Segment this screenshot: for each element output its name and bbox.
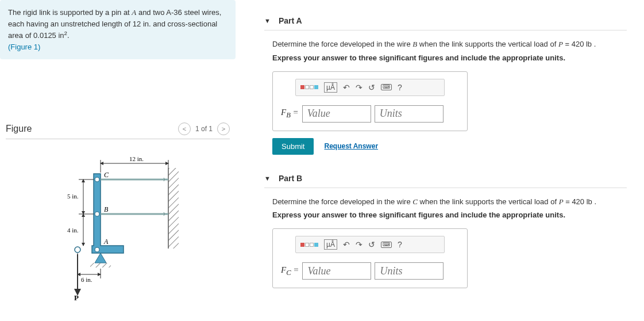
part-a-input-row: FB = [281,105,459,123]
reset-icon[interactable]: ↺ [368,83,375,92]
answer-toolbar: µÅ ↶ ↷ ↺ ⌨ ? [295,79,445,96]
var-label-fc: FC = [281,265,299,277]
part-a: ▼ Part A Determine the force developed i… [264,12,627,155]
part-a-answer-box: µÅ ↶ ↷ ↺ ⌨ ? FB = [272,71,468,131]
units-button[interactable]: µÅ [324,82,337,93]
keyboard-icon[interactable]: ⌨ [381,84,392,90]
svg-point-10 [75,247,80,253]
reset-icon[interactable]: ↺ [368,240,375,249]
svg-text:C: C [104,171,109,179]
svg-text:A: A [103,238,109,246]
var-label-fb: FB = [281,108,299,120]
figure-nav: < 1 of 1 > [178,123,230,135]
svg-text:B: B [104,205,109,213]
svg-text:5 in.: 5 in. [67,193,79,200]
part-b: ▼ Part B Determine the force developed i… [264,169,627,289]
figure-diagram: 12 in. 5 in. 4 in. 6 in. P [6,151,230,300]
part-a-instruction: Express your answer to three significant… [272,54,627,62]
svg-point-9 [95,247,99,252]
template-icon[interactable] [300,243,318,247]
units-button[interactable]: µÅ [324,239,337,250]
value-input[interactable] [302,105,371,123]
part-b-prompt: Determine the force developed in the wir… [272,196,627,208]
period: . [67,31,70,40]
part-b-input-row: FC = [281,262,459,280]
template-icon[interactable] [300,85,318,89]
caret-down-icon: ▼ [264,17,271,24]
help-icon[interactable]: ? [398,240,402,249]
keyboard-icon[interactable]: ⌨ [381,242,392,248]
problem-text: The rigid link is supported by a pin at [8,8,132,17]
unit-in: in. [143,20,151,28]
submit-button[interactable]: Submit [272,138,314,155]
unit-in2: in [58,31,64,40]
part-b-title: Part B [279,174,302,183]
part-a-header[interactable]: ▼ Part A [264,12,627,30]
figure-header: Figure < 1 of 1 > [6,123,230,139]
figure-counter: 1 of 1 [195,125,213,133]
svg-point-7 [95,177,99,182]
figure-link[interactable]: (Figure 1) [8,43,40,51]
svg-rect-4 [90,263,111,268]
part-a-title: Part A [279,16,302,25]
figure-next-button[interactable]: > [217,123,230,135]
svg-text:P: P [74,293,79,300]
figure-title: Figure [6,124,32,134]
figure-prev-button[interactable]: < [178,123,191,135]
problem-statement: The rigid link is supported by a pin at … [0,0,236,59]
undo-icon[interactable]: ↶ [343,240,350,249]
units-input[interactable] [375,105,444,123]
part-b-answer-box: µÅ ↶ ↷ ↺ ⌨ ? FC = [272,228,468,288]
help-icon[interactable]: ? [398,83,402,92]
caret-down-icon: ▼ [264,175,271,182]
answer-toolbar: µÅ ↶ ↷ ↺ ⌨ ? [295,236,445,253]
svg-text:6 in.: 6 in. [81,276,92,283]
svg-text:12 in.: 12 in. [129,155,144,162]
units-input[interactable] [375,262,444,280]
part-a-prompt: Determine the force developed in the wir… [272,39,627,50]
undo-icon[interactable]: ↶ [343,83,350,92]
part-a-actions: Submit Request Answer [272,138,627,155]
part-b-instruction: Express your answer to three significant… [272,211,627,219]
part-b-header[interactable]: ▼ Part B [264,169,627,188]
request-answer-link[interactable]: Request Answer [324,142,378,150]
value-input[interactable] [302,262,371,280]
redo-icon[interactable]: ↷ [356,240,363,249]
svg-marker-3 [95,253,106,263]
svg-rect-1 [168,168,179,249]
svg-point-8 [95,212,99,216]
svg-text:4 in.: 4 in. [67,227,79,234]
redo-icon[interactable]: ↷ [356,83,363,92]
